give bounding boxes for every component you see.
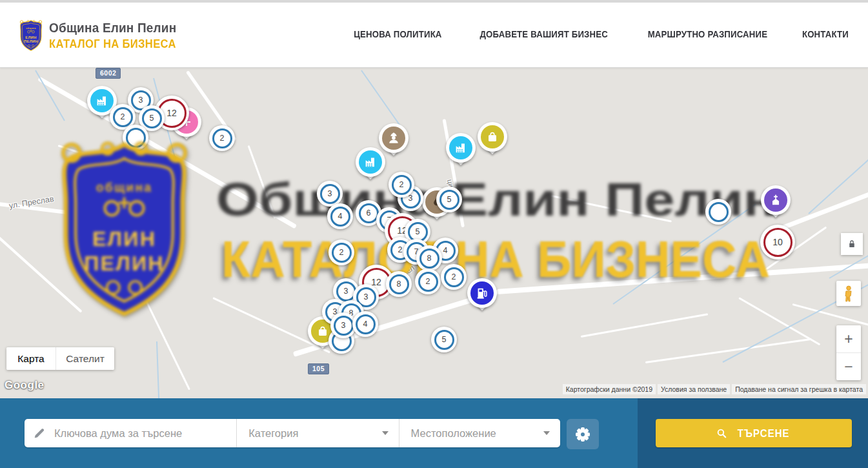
cluster-ring: 5: [434, 330, 454, 350]
zoom-in-button[interactable]: +: [836, 325, 861, 353]
watermark-crest-name-line2: ПЕЛИН: [84, 252, 165, 276]
cluster-marker[interactable]: 5: [431, 327, 457, 352]
nav-item-route-schedule[interactable]: МАРШРУТНО РАЗПИСАНИЕ: [648, 28, 767, 39]
cluster-ring: 2: [444, 267, 464, 287]
cluster-count: 6: [367, 209, 371, 218]
municipality-crest-logo[interactable]: община ЕЛИН ПЕЛИН: [19, 17, 43, 54]
crest-name-line2: ПЕЛИН: [24, 39, 38, 43]
cluster-count: 2: [398, 245, 403, 254]
cluster-count: 2: [426, 277, 430, 286]
cluster-ring: [126, 128, 146, 148]
search-button[interactable]: ТЪРСЕНЕ: [656, 419, 852, 447]
cluster-marker[interactable]: 4: [352, 311, 378, 337]
map-type-control: Карта Сателит: [6, 347, 114, 370]
report-error-link[interactable]: Подаване на сигнал за грешка в картата: [732, 384, 866, 394]
cluster-marker[interactable]: [705, 199, 731, 225]
watermark-title: Община Елин Пелин: [210, 169, 784, 230]
factory-icon: [454, 141, 468, 155]
marker-body: [467, 278, 497, 308]
cluster-count: 5: [416, 227, 420, 236]
pegman-icon: [840, 284, 857, 303]
search-icon: [716, 427, 728, 440]
fuel-marker[interactable]: [467, 278, 497, 308]
brand-block[interactable]: Община Елин Пелин КАТАЛОГ НА БИЗНЕСА: [49, 21, 187, 51]
cluster-count: 8: [427, 254, 432, 263]
advanced-settings-button[interactable]: [567, 419, 599, 449]
factory-icon: [363, 155, 378, 169]
nav-item-contacts[interactable]: КОНТАКТИ: [802, 28, 849, 39]
cluster-ring: 3: [334, 316, 354, 336]
category-dropdown-label: Категория: [248, 427, 298, 440]
cluster-marker[interactable]: 10: [760, 225, 795, 259]
lock-button[interactable]: [841, 233, 863, 255]
cluster-ring: 8: [389, 274, 409, 294]
cluster-marker[interactable]: 8: [386, 271, 412, 297]
search-inputs: Категория Местоположение: [25, 419, 560, 447]
watermark-crest-name-line1: ЕЛИН: [92, 227, 156, 250]
keyword-search-input[interactable]: [53, 427, 236, 440]
cluster-ring: 5: [142, 108, 162, 128]
cluster-count: 2: [452, 272, 456, 281]
cluster-count: 4: [338, 212, 343, 221]
cluster-count: 5: [447, 195, 452, 204]
location-dropdown-label: Местоположение: [411, 427, 496, 440]
cluster-marker[interactable]: 2: [389, 172, 414, 198]
watermark-crest: община ЕЛИН ПЕЛИН: [55, 137, 194, 321]
terms-link[interactable]: Условия за ползване: [658, 384, 730, 394]
cluster-count: 5: [442, 335, 447, 344]
cluster-ring: 6: [359, 203, 379, 223]
pegman-control[interactable]: [836, 281, 861, 306]
cluster-ring: 2: [418, 272, 438, 292]
map-type-satellite-button[interactable]: Сателит: [56, 347, 114, 370]
top-border-strip: [0, 0, 868, 3]
cluster-ring: 10: [763, 228, 792, 257]
cluster-count: 8: [397, 280, 401, 289]
gear-icon: [576, 427, 590, 442]
marker-body: [478, 122, 507, 152]
cluster-ring: 8: [419, 249, 439, 269]
cluster-count: 3: [344, 287, 348, 296]
cluster-marker[interactable]: 8: [416, 245, 442, 271]
pencil-icon: [32, 426, 46, 440]
map-waterline: [35, 70, 65, 121]
location-dropdown[interactable]: Местоположение: [399, 419, 560, 447]
cluster-count: 10: [772, 237, 783, 247]
chevron-down-icon: [382, 431, 389, 435]
factory-marker[interactable]: [446, 133, 476, 163]
map-canvas[interactable]: 12 3 2 5 2: [0, 67, 868, 398]
marker-body: [761, 185, 791, 215]
map-road: [792, 303, 868, 327]
road-shield: 105: [308, 363, 329, 374]
business-catalog-page: община ЕЛИН ПЕЛИН Община Елин Пелин КАТА…: [0, 0, 868, 468]
cluster-marker[interactable]: 2: [415, 269, 441, 294]
fuel-pump-icon: [475, 286, 489, 300]
zoom-out-button[interactable]: −: [836, 353, 861, 380]
nav-item-pricing[interactable]: ЦЕНОВА ПОЛИТИКА: [354, 28, 441, 39]
church-marker[interactable]: [761, 185, 791, 215]
cluster-marker[interactable]: 2: [209, 125, 235, 151]
cluster-ring: 2: [212, 128, 232, 148]
marker-body: [446, 133, 476, 163]
bag-marker[interactable]: [478, 122, 507, 152]
category-dropdown[interactable]: Категория: [237, 419, 399, 447]
cluster-count: 3: [341, 321, 346, 330]
cluster-marker[interactable]: 5: [436, 187, 462, 212]
shopping-bag-icon: [485, 130, 500, 144]
factory-marker[interactable]: [356, 147, 385, 177]
google-logo[interactable]: Google: [5, 379, 45, 392]
cluster-count: 3: [328, 189, 332, 198]
cluster-marker[interactable]: 2: [441, 264, 467, 290]
lock-icon: [845, 238, 858, 250]
site-subtitle: КАТАЛОГ НА БИЗНЕСА: [49, 37, 176, 51]
cluster-count: 2: [399, 180, 404, 189]
watermark-crest-top-word: община: [96, 180, 152, 194]
map-type-map-button[interactable]: Карта: [6, 347, 56, 370]
cluster-marker[interactable]: [123, 125, 148, 150]
cluster-marker[interactable]: 2: [328, 239, 354, 265]
cluster-marker[interactable]: 3: [317, 181, 343, 207]
cluster-ring: 4: [330, 207, 350, 227]
shopping-bag-icon: [316, 324, 330, 338]
map-waterline: [361, 70, 401, 126]
nav-item-add-business[interactable]: ДОБАВЕТЕ ВАШИЯТ БИЗНЕС: [479, 28, 607, 39]
cluster-marker[interactable]: 4: [327, 203, 353, 229]
